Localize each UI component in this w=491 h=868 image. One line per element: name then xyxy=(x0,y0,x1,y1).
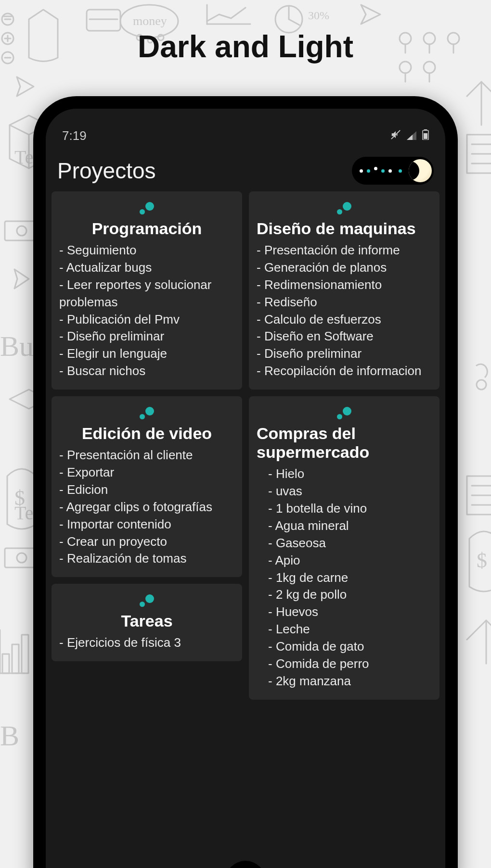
card-items: Presentación de informe Generación de pl… xyxy=(257,242,432,380)
list-item: Redimensionamiento xyxy=(257,277,432,294)
svg-text:money: money xyxy=(133,14,167,28)
list-item: Crear un proyecto xyxy=(59,533,234,551)
moon-icon xyxy=(409,159,432,182)
battery-icon xyxy=(422,128,429,143)
list-item: Huevos xyxy=(257,604,432,621)
dots-icon xyxy=(59,202,234,216)
card-items: Ejercicios de física 3 xyxy=(59,634,234,652)
list-item: Recopilación de informacion xyxy=(257,363,432,380)
list-item: Apio xyxy=(257,552,432,569)
list-item: Leer reportes y solucionar problemas xyxy=(59,277,234,311)
svg-point-32 xyxy=(17,226,26,236)
list-item: Agua mineral xyxy=(257,517,432,535)
list-item: Elegir un lenguaje xyxy=(59,345,234,363)
list-item: 1kg de carne xyxy=(257,569,432,587)
list-item: Diseño preliminar xyxy=(257,345,432,363)
list-item: Comida de gato xyxy=(257,638,432,655)
svg-text:Bu: Bu xyxy=(0,330,34,362)
list-item: Presentación de informe xyxy=(257,242,432,259)
dots-icon xyxy=(257,407,432,421)
list-item: Gaseosa xyxy=(257,535,432,552)
list-item: 2 kg de pollo xyxy=(257,586,432,604)
list-item: Leche xyxy=(257,621,432,638)
svg-rect-51 xyxy=(2,654,9,673)
svg-rect-52 xyxy=(12,644,19,673)
dots-icon xyxy=(59,594,234,609)
svg-text:$: $ xyxy=(477,549,487,572)
status-bar: 7:19 xyxy=(46,109,445,147)
projects-grid[interactable]: Programación Seguimiento Actualizar bugs… xyxy=(46,191,445,868)
list-item: Generación de planos xyxy=(257,259,432,277)
phone-frame: 7:19 Proyectos xyxy=(33,96,458,868)
list-item: Diseño preliminar xyxy=(59,328,234,345)
svg-text:Te: Te xyxy=(14,146,33,168)
svg-text:$: $ xyxy=(14,486,25,510)
svg-text:B: B xyxy=(0,720,19,752)
project-card-programacion[interactable]: Programación Seguimiento Actualizar bugs… xyxy=(52,191,242,390)
svg-rect-34 xyxy=(467,135,491,173)
list-item: Presentación al cliente xyxy=(59,447,234,464)
svg-line-17 xyxy=(289,19,299,25)
project-card-tareas[interactable]: Tareas Ejercicios de física 3 xyxy=(52,584,242,661)
card-items: Seguimiento Actualizar bugs Leer reporte… xyxy=(59,242,234,380)
card-title: Edición de video xyxy=(59,424,234,443)
svg-rect-43 xyxy=(467,476,491,515)
list-item: Agregar clips o fotografías xyxy=(59,499,234,516)
svg-point-39 xyxy=(477,380,486,390)
mute-icon xyxy=(390,128,401,143)
list-item: Rediseño xyxy=(257,294,432,311)
svg-text:Te: Te xyxy=(14,502,33,524)
list-item: Hielo xyxy=(257,465,432,483)
project-card-edicion-video[interactable]: Edición de video Presentación al cliente… xyxy=(52,396,242,577)
list-item: Comida de perro xyxy=(257,655,432,673)
list-item: 1 botella de vino xyxy=(257,500,432,517)
phone-screen: 7:19 Proyectos xyxy=(46,109,445,868)
list-item: Publicación del Pmv xyxy=(59,311,234,328)
list-item: Ejercicios de física 3 xyxy=(59,634,234,652)
list-item: Diseño en Software xyxy=(257,328,432,345)
promo-title: Dark and Light xyxy=(0,29,491,64)
page-title: Proyectos xyxy=(57,158,156,184)
svg-rect-0 xyxy=(87,10,120,31)
dots-icon xyxy=(257,202,432,216)
status-time: 7:19 xyxy=(62,128,87,143)
list-item: uvas xyxy=(257,483,432,500)
list-item: Exportar xyxy=(59,464,234,481)
list-item: Buscar nichos xyxy=(59,363,234,380)
svg-rect-59 xyxy=(424,133,427,139)
project-card-diseno-maquinas[interactable]: Diseño de maquinas Presentación de infor… xyxy=(249,191,439,390)
list-item: Seguimiento xyxy=(59,242,234,259)
svg-text:30%: 30% xyxy=(308,9,329,22)
svg-rect-53 xyxy=(22,635,28,673)
list-item: Actualizar bugs xyxy=(59,259,234,277)
card-title: Tareas xyxy=(59,612,234,630)
card-items: Hielo uvas 1 botella de vino Agua minera… xyxy=(257,465,432,690)
card-title: Programación xyxy=(59,219,234,238)
stars-decoration xyxy=(360,157,408,185)
list-item: 2kg manzana xyxy=(257,673,432,690)
project-card-compras[interactable]: Compras del supermercado Hielo uvas 1 bo… xyxy=(249,396,439,700)
list-item: Realización de tomas xyxy=(59,550,234,567)
svg-point-7 xyxy=(2,13,13,25)
theme-toggle[interactable] xyxy=(352,157,434,185)
status-indicators xyxy=(390,128,429,143)
card-title: Diseño de maquinas xyxy=(257,219,432,238)
list-item: Edicion xyxy=(59,481,234,499)
card-items: Presentación al cliente Exportar Edicion… xyxy=(59,447,234,567)
list-item: Importar contenido xyxy=(59,516,234,533)
signal-icon xyxy=(407,128,416,143)
app-header: Proyectos xyxy=(46,147,445,191)
card-title: Compras del supermercado xyxy=(257,424,432,462)
dots-icon xyxy=(59,407,234,421)
svg-point-42 xyxy=(17,553,26,563)
list-item: Calculo de esfuerzos xyxy=(257,311,432,328)
